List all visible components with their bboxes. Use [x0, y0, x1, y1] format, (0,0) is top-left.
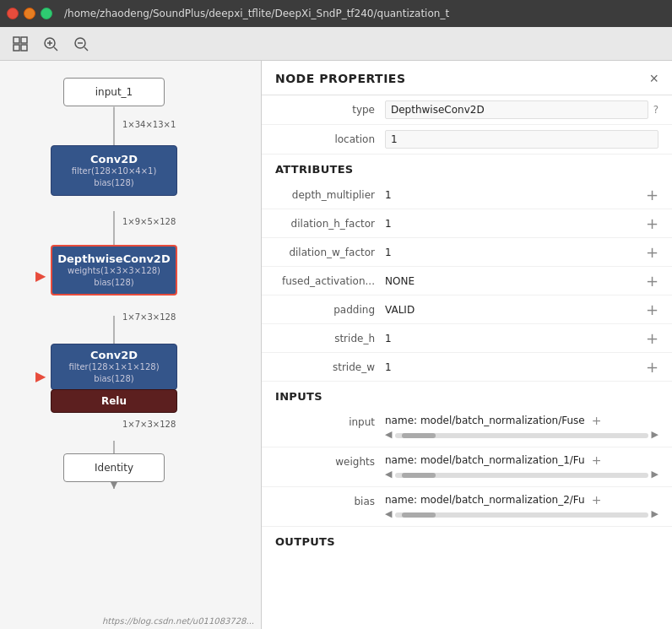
attr-label: stride_w	[275, 361, 385, 373]
input-label: bias	[275, 494, 385, 507]
connector-label-0: 1×34×13×1	[122, 120, 176, 129]
outputs-section-header: OUTPUTS	[262, 527, 672, 553]
input-plus-button[interactable]: +	[592, 415, 602, 426]
zoom-in-icon	[43, 36, 58, 52]
scroll-left-arrow[interactable]: ◀	[385, 508, 392, 519]
attribute-row-padding: padding VALID +	[262, 296, 672, 324]
attribute-row-dilation_w_factor: dilation_w_factor 1 +	[262, 238, 672, 267]
connector-label-2: 1×7×3×128	[122, 312, 176, 322]
scroll-right-arrow[interactable]: ▶	[652, 508, 658, 519]
attr-label: dilation_w_factor	[275, 247, 385, 258]
scroll-right-arrow[interactable]: ▶	[652, 429, 658, 440]
input-label: weights	[275, 454, 385, 468]
node-conv2d-1-detail1: filter(128×10×4×1)	[72, 165, 157, 177]
svg-rect-2	[14, 45, 19, 51]
attr-plus-button[interactable]: +	[646, 331, 658, 346]
window-icon-button[interactable]	[7, 31, 34, 57]
scroll-thumb	[402, 473, 436, 478]
attr-plus-button[interactable]: +	[646, 216, 658, 231]
attr-value: 1	[385, 333, 641, 344]
scroll-bar[interactable]	[395, 473, 648, 478]
scroll-right-arrow[interactable]: ▶	[652, 469, 658, 480]
maximize-button[interactable]	[41, 8, 52, 19]
attr-plus-button[interactable]: +	[646, 274, 658, 289]
attributes-list: depth_multiplier 1 + dilation_h_factor 1…	[262, 181, 672, 382]
node-conv2d-2-title: Conv2D	[90, 349, 138, 361]
node-conv2d-2-detail2: bias(128)	[94, 373, 133, 385]
props-title: NODE PROPERTIES	[275, 72, 406, 85]
scroll-bar[interactable]	[395, 433, 648, 438]
zoom-in-button[interactable]	[37, 31, 64, 57]
node-conv2d-2[interactable]: Conv2D filter(128×1×1×128) bias(128)	[51, 344, 177, 390]
node-conv2d-1-title: Conv2D	[90, 153, 138, 165]
attr-value: 1	[385, 361, 641, 373]
window-title: /home/zhaodeng/SoundPlus/deepxi_tflite/D…	[64, 8, 449, 19]
node-conv2d-2-detail1: filter(128×1×1×128)	[68, 361, 159, 373]
type-row: type DepthwiseConv2D ?	[262, 95, 672, 125]
type-hint[interactable]: ?	[653, 104, 658, 116]
attr-value: 1	[385, 189, 641, 201]
input-value-box: name: model/batch_normalization_2/Fu + ◀…	[385, 494, 658, 519]
node-depthwise-detail1: weights(1×3×3×128)	[68, 265, 160, 277]
node-input-1[interactable]: input_1	[63, 78, 165, 106]
input-plus-button[interactable]: +	[592, 494, 602, 506]
toolbar	[0, 27, 672, 61]
input-value-box: name: model/batch_normalization_1/Fu + ◀…	[385, 454, 658, 480]
node-relu-label: Relu	[101, 395, 127, 407]
attribute-row-depth_multiplier: depth_multiplier 1 +	[262, 181, 672, 209]
node-identity[interactable]: Identity	[63, 453, 165, 482]
node-depthwise[interactable]: DepthwiseConv2D weights(1×3×3×128) bias(…	[51, 245, 177, 296]
connector-label-3: 1×7×3×128	[122, 420, 176, 429]
attribute-row-fused_activation...: fused_activation... NONE +	[262, 267, 672, 296]
properties-panel: NODE PROPERTIES × type DepthwiseConv2D ?…	[262, 61, 672, 629]
input-label: input	[275, 415, 385, 428]
attr-plus-button[interactable]: +	[646, 245, 658, 260]
minimize-button[interactable]	[24, 8, 35, 19]
attr-value: 1	[385, 247, 641, 258]
scroll-left-arrow[interactable]: ◀	[385, 469, 392, 480]
zoom-out-button[interactable]	[68, 31, 95, 57]
node-conv2d-1[interactable]: Conv2D filter(128×10×4×1) bias(128)	[51, 145, 177, 196]
svg-rect-1	[21, 37, 27, 43]
props-close-button[interactable]: ×	[649, 71, 658, 86]
attr-plus-button[interactable]: +	[646, 187, 658, 203]
node-depthwise-title: DepthwiseConv2D	[57, 252, 170, 265]
scroll-bar[interactable]	[395, 512, 648, 518]
watermark: https://blog.csdn.net/u011083728...	[102, 616, 254, 626]
attr-label: depth_multiplier	[275, 189, 385, 201]
input-name-text: name: model/batch_normalization_1/Fu	[385, 454, 585, 466]
inputs-section-header: INPUTS	[262, 382, 672, 408]
input-plus-button[interactable]: +	[592, 454, 602, 466]
location-label: location	[275, 133, 385, 145]
attributes-section-header: ATTRIBUTES	[262, 155, 672, 181]
node-input-1-label: input_1	[95, 86, 133, 98]
svg-line-10	[84, 47, 88, 51]
attr-label: padding	[275, 304, 385, 316]
diagram: input_1 1×34×13×1 Conv2D filter(128×10×4…	[0, 61, 261, 629]
scroll-left-arrow[interactable]: ◀	[385, 429, 392, 440]
input-value-box: name: model/batch_normalization/Fuse + ◀…	[385, 415, 658, 440]
location-value: 1	[385, 130, 658, 149]
node-relu[interactable]: Relu	[51, 389, 177, 413]
svg-rect-0	[14, 37, 19, 43]
svg-line-7	[54, 47, 57, 51]
attr-plus-button[interactable]: +	[646, 360, 658, 375]
attribute-row-stride_w: stride_w 1 +	[262, 353, 672, 382]
input-row-input: input name: model/batch_normalization/Fu…	[262, 408, 672, 447]
node-conv2d-1-detail2: bias(128)	[94, 177, 133, 189]
input-row-bias: bias name: model/batch_normalization_2/F…	[262, 487, 672, 527]
attr-value: VALID	[385, 304, 641, 316]
attr-label: stride_h	[275, 333, 385, 344]
inputs-list: input name: model/batch_normalization/Fu…	[262, 408, 672, 527]
input-name-text: name: model/batch_normalization/Fuse	[385, 415, 585, 426]
attr-value: NONE	[385, 275, 641, 287]
attr-plus-button[interactable]: +	[646, 302, 658, 317]
close-button[interactable]	[7, 8, 19, 19]
input-row-weights: weights name: model/batch_normalization_…	[262, 447, 672, 487]
props-body[interactable]: type DepthwiseConv2D ? location 1 ATTRIB…	[262, 95, 672, 629]
window-icon	[13, 36, 28, 52]
zoom-out-icon	[73, 36, 89, 52]
scroll-thumb	[402, 512, 436, 518]
node-depthwise-detail2: bias(128)	[94, 277, 133, 289]
scroll-thumb	[402, 433, 436, 438]
